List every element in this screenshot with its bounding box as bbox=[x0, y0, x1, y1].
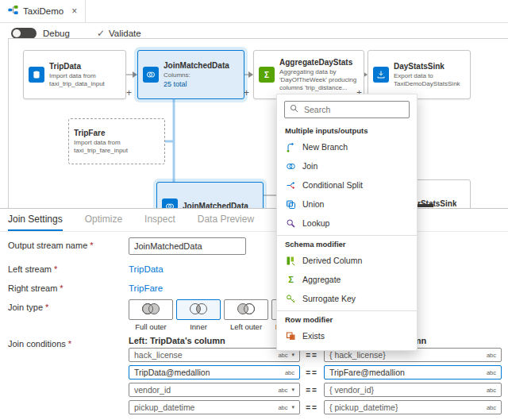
search-input[interactable] bbox=[302, 104, 404, 115]
node-description: Aggregating data by 'DayOfTheWeek' produ… bbox=[279, 68, 359, 92]
union-icon bbox=[286, 199, 296, 210]
join-icon bbox=[286, 161, 296, 171]
join-type-inner-button[interactable] bbox=[176, 299, 221, 320]
chevron-down-icon[interactable]: ▾ bbox=[291, 352, 294, 358]
tab-inspect[interactable]: Inspect bbox=[144, 209, 175, 231]
tab-join-settings[interactable]: Join Settings bbox=[8, 209, 63, 231]
menu-item-label: Surrogate Key bbox=[302, 294, 356, 303]
output-stream-input[interactable] bbox=[129, 237, 246, 255]
join-type-option-label: Full outer bbox=[129, 322, 173, 331]
checkmark-icon: ✓ bbox=[97, 28, 105, 39]
join-type-row: Join type* bbox=[8, 299, 508, 331]
node-columns-label: Columns: bbox=[164, 71, 229, 79]
chevron-down-icon[interactable]: ▾ bbox=[291, 404, 294, 410]
node-description: Import data from taxi_trip_data_input bbox=[49, 72, 121, 88]
join-condition-row: pickup_datetime abc ▾ == { pickup_dateti… bbox=[129, 400, 502, 414]
left-column-input[interactable]: pickup_datetime abc ▾ bbox=[129, 400, 300, 414]
left-stream-label: Left stream* bbox=[8, 261, 129, 274]
exists-icon bbox=[286, 331, 296, 341]
tab-bar: TaxiDemo × bbox=[0, 0, 508, 23]
menu-item-derived-column[interactable]: Derived Column bbox=[277, 251, 417, 270]
menu-section-header: Multiple inputs/outputs bbox=[277, 122, 417, 137]
node-title: TripFare bbox=[74, 129, 160, 137]
node-title: AggregateDayStats bbox=[279, 58, 359, 67]
tab-taxidemo[interactable]: TaxiDemo × bbox=[0, 0, 86, 22]
output-stream-label: Output stream name* bbox=[8, 237, 129, 250]
right-column-input[interactable]: { pickup_datetime} abc bbox=[324, 400, 502, 414]
derived-column-icon bbox=[286, 256, 296, 266]
join-conditions-label: Join conditions* bbox=[8, 336, 129, 349]
join-icon bbox=[143, 67, 159, 83]
venn-inner-icon bbox=[185, 302, 212, 318]
debug-toggle[interactable] bbox=[11, 28, 37, 39]
output-stream-row: Output stream name* bbox=[8, 237, 508, 255]
join-conditions-row: Join conditions* Left: TripData's column… bbox=[8, 336, 508, 418]
source-database-icon bbox=[29, 67, 44, 83]
node-tripfare[interactable]: TripFare Import data from taxi_trip_fare… bbox=[68, 118, 165, 164]
sigma-glyph: Σ bbox=[288, 276, 294, 284]
required-marker: * bbox=[60, 283, 63, 293]
node-joinmatcheddata-2[interactable]: JoinMatchedData bbox=[156, 182, 264, 210]
left-stream-value[interactable]: TripData bbox=[129, 261, 164, 274]
condition-value: vendor_id bbox=[134, 385, 171, 395]
type-badge: abc bbox=[482, 404, 496, 411]
join-type-full-outer-button[interactable] bbox=[129, 299, 173, 320]
type-badge: abc bbox=[482, 387, 496, 394]
node-daystatssink[interactable]: DayStatsSink Export data to TaxiDemoDayS… bbox=[368, 50, 471, 99]
tab-optimize[interactable]: Optimize bbox=[85, 209, 122, 231]
tab-data-preview[interactable]: Data Preview bbox=[198, 209, 254, 231]
join-type-left-outer-button[interactable] bbox=[224, 299, 268, 320]
left-column-input[interactable]: hack_license abc ▾ bbox=[129, 348, 300, 362]
right-column-input[interactable]: { vendor_id} abc bbox=[324, 383, 502, 397]
required-marker: * bbox=[45, 302, 48, 312]
validate-button[interactable]: ✓ Validate bbox=[97, 28, 141, 39]
condition-value: { vendor_id} bbox=[329, 385, 374, 395]
type-badge: abc bbox=[273, 352, 287, 359]
left-stream-row: Left stream* TripData bbox=[8, 261, 508, 274]
left-column-input[interactable]: TripData@medallion abc bbox=[129, 365, 300, 380]
join-type-option-label: Inner bbox=[176, 322, 221, 331]
lookup-icon bbox=[286, 218, 296, 229]
dataflow-icon bbox=[8, 5, 18, 17]
join-type-option-label: Left outer bbox=[224, 322, 268, 331]
type-badge: abc bbox=[482, 369, 496, 376]
menu-item-label: Union bbox=[302, 199, 324, 209]
condition-value: { pickup_datetime} bbox=[329, 403, 398, 412]
node-title: JoinMatchedData bbox=[164, 61, 229, 70]
menu-item-new-branch[interactable]: New Branch bbox=[277, 137, 417, 156]
search-box[interactable] bbox=[284, 101, 410, 118]
node-tripdata[interactable]: TripData Import data from taxi_trip_data… bbox=[23, 50, 126, 99]
menu-item-conditional-split[interactable]: Conditional Split bbox=[277, 175, 417, 195]
conditional-split-icon bbox=[286, 180, 296, 191]
aggregate-icon: Σ bbox=[259, 67, 275, 83]
settings-panel: Join Settings Optimize Inspect Data Prev… bbox=[0, 208, 508, 420]
menu-item-exists[interactable]: Exists bbox=[277, 326, 417, 345]
close-icon[interactable]: × bbox=[71, 6, 77, 17]
menu-item-surrogate-key[interactable]: Surrogate Key bbox=[277, 289, 417, 308]
node-aggregatedaystats[interactable]: Σ AggregateDayStats Aggregating data by … bbox=[253, 50, 364, 99]
type-badge: abc bbox=[273, 387, 287, 394]
menu-item-label: Join bbox=[302, 161, 318, 171]
toggle-knob bbox=[13, 29, 21, 37]
required-marker: * bbox=[90, 241, 93, 250]
node-joinmatcheddata[interactable]: JoinMatchedData Columns: 25 total bbox=[137, 50, 244, 99]
right-stream-value[interactable]: TripFare bbox=[129, 280, 163, 293]
validate-label: Validate bbox=[109, 29, 141, 38]
app-window: TaxiDemo × Debug ✓ Validate bbox=[0, 0, 508, 420]
chevron-down-icon[interactable]: ▾ bbox=[291, 387, 294, 393]
left-column-input[interactable]: vendor_id abc ▾ bbox=[129, 383, 300, 397]
dataflow-canvas[interactable]: TripData Import data from taxi_trip_data… bbox=[8, 38, 508, 210]
condition-value: { hack_license} bbox=[329, 350, 386, 360]
condition-value: TripData@medallion bbox=[134, 368, 210, 377]
right-column-input[interactable]: TripFare@medallion abc bbox=[324, 365, 502, 380]
menu-item-lookup[interactable]: Lookup bbox=[277, 214, 417, 233]
menu-item-union[interactable]: Union bbox=[277, 195, 417, 214]
panel-tabs: Join Settings Optimize Inspect Data Prev… bbox=[0, 209, 508, 232]
add-transformation-plus[interactable]: + bbox=[244, 88, 249, 98]
node-description: Export data to TaxiDemoDayStatsSink bbox=[394, 72, 465, 88]
condition-value: hack_license bbox=[134, 350, 183, 360]
node-description: Import data from taxi_trip_fare_input bbox=[74, 139, 160, 155]
menu-item-join[interactable]: Join bbox=[277, 156, 417, 175]
menu-item-aggregate[interactable]: Σ Aggregate bbox=[277, 270, 417, 289]
add-transformation-plus[interactable]: + bbox=[126, 88, 132, 98]
